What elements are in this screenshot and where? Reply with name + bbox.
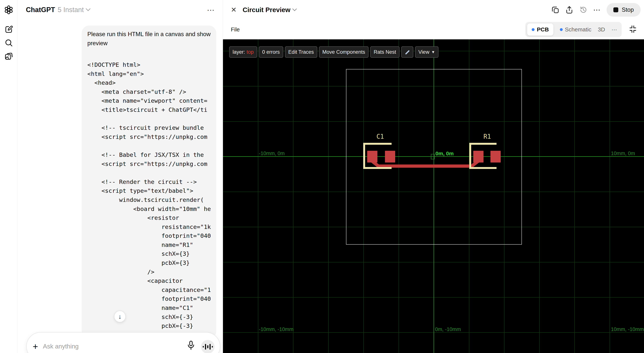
stop-square-icon	[613, 7, 618, 12]
grid-label: 10mm, -10mm	[611, 326, 644, 332]
canvas-panel: ✕ Circuit Preview ⋯	[223, 0, 644, 353]
status-dot-icon	[560, 28, 563, 31]
close-icon[interactable]: ✕	[231, 6, 236, 14]
origin-marker	[431, 154, 435, 159]
history-icon[interactable]	[579, 6, 588, 14]
microphone-icon[interactable]	[186, 340, 195, 351]
chevron-down-icon[interactable]	[292, 9, 297, 11]
scroll-to-bottom-button[interactable]: ↓	[114, 311, 126, 322]
pencil-tool-button[interactable]	[401, 46, 413, 58]
component-label-r1[interactable]: R1	[484, 133, 491, 140]
sidebar-rail	[0, 0, 18, 353]
tab-more-icon[interactable]: ⋯	[612, 26, 618, 33]
canvas-title: Circuit Preview	[242, 6, 290, 14]
copy-icon[interactable]	[551, 6, 560, 14]
grid-label: -10mm, -10mm	[259, 326, 294, 332]
pcb-trace[interactable]	[223, 39, 644, 353]
caret-down-icon: ▼	[431, 50, 435, 54]
file-menu[interactable]: File	[231, 27, 240, 33]
new-chat-icon[interactable]	[4, 24, 14, 34]
canvas-header-actions: ⋯ Stop	[551, 0, 640, 20]
search-icon[interactable]	[4, 38, 14, 48]
voice-mode-button[interactable]	[201, 340, 214, 353]
origin-coordinate-label: 0m, 0m	[436, 151, 454, 157]
stop-button[interactable]: Stop	[606, 3, 640, 17]
share-icon[interactable]	[565, 6, 574, 14]
grid-label: 0m, -10mm	[435, 326, 461, 332]
view-tab-group: PCB Schematic 3D ⋯	[525, 22, 622, 37]
attach-plus-icon[interactable]: +	[33, 341, 38, 352]
conversation-menu-button[interactable]: ⋯	[207, 6, 215, 14]
chatgpt-app: ChatGPT 5 Instant ⋯ Please run this HTML…	[0, 0, 644, 353]
composer: +	[26, 332, 220, 353]
pcb-toolbar: layer: top 0 errors Edit Traces Move Com…	[229, 46, 438, 58]
canvas-header: ✕ Circuit Preview ⋯	[223, 0, 644, 20]
chevron-down-icon	[86, 8, 90, 11]
app-title: ChatGPT	[26, 6, 55, 14]
tab-schematic[interactable]: Schematic	[560, 26, 592, 33]
rats-nest-button[interactable]: Rats Nest	[370, 46, 400, 58]
grid-label: 10mm, 0m	[611, 151, 635, 156]
view-dropdown-button[interactable]: View ▼	[415, 46, 438, 58]
down-arrow-icon: ↓	[118, 313, 122, 320]
silkscreen-c1	[363, 143, 392, 169]
user-message-code: <!DOCTYPE html> <html lang="en"> <head> …	[87, 60, 211, 339]
model-name[interactable]: 5 Instant	[58, 6, 84, 14]
layer-value: top	[246, 49, 254, 55]
silkscreen-r1	[469, 143, 496, 169]
layer-button[interactable]: layer: top	[229, 46, 257, 58]
waveform-icon	[203, 346, 204, 347]
user-message-text: Please run this HTML file in a canvas an…	[87, 30, 211, 48]
edit-traces-button[interactable]: Edit Traces	[285, 46, 317, 58]
message-input[interactable]	[43, 343, 156, 350]
status-dot-icon	[532, 28, 534, 31]
library-icon[interactable]	[4, 52, 14, 61]
openai-logo	[4, 5, 14, 15]
chat-column: ChatGPT 5 Instant ⋯ Please run this HTML…	[18, 0, 223, 353]
move-components-button[interactable]: Move Components	[319, 46, 369, 58]
component-label-c1[interactable]: C1	[376, 133, 384, 140]
more-options-icon[interactable]: ⋯	[593, 6, 601, 14]
pcb-viewport[interactable]: C1 R1 0m, 0m -10mm, 0m 10mm, 0m -10mm, -…	[223, 39, 644, 353]
chat-header: ChatGPT 5 Instant ⋯	[18, 0, 223, 20]
user-message-bubble: Please run this HTML file in a canvas an…	[82, 26, 216, 339]
tab-pcb[interactable]: PCB	[527, 24, 553, 36]
view-tab-zone: PCB Schematic 3D ⋯	[525, 20, 637, 39]
grid-label: -10mm, 0m	[259, 151, 285, 156]
collapse-icon[interactable]	[628, 25, 637, 34]
errors-button[interactable]: 0 errors	[259, 46, 283, 58]
tab-3d[interactable]: 3D	[598, 26, 605, 33]
pencil-icon	[405, 49, 410, 55]
